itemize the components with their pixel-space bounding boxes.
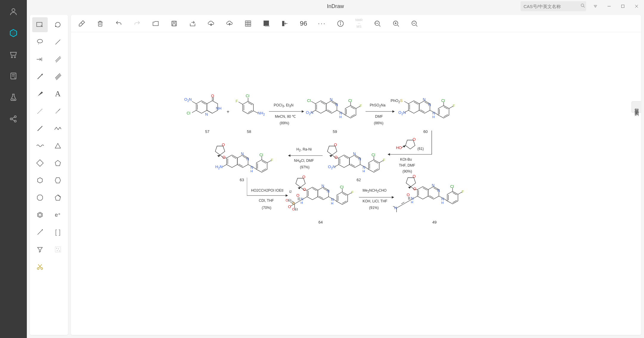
svg-point-0 [12, 9, 15, 12]
tool-wave-bond[interactable] [32, 138, 48, 153]
maximize-button[interactable] [618, 2, 627, 11]
tool-text[interactable]: A [50, 86, 66, 101]
svg-rect-58 [98, 22, 102, 26]
svg-marker-42 [55, 195, 61, 200]
color-button[interactable] [261, 18, 272, 29]
zoom-fit-button[interactable] [372, 18, 383, 29]
align-button[interactable] [280, 18, 290, 29]
titlebar: InDraw [27, 0, 644, 13]
tool-line-tool[interactable] [32, 225, 48, 240]
minimize-button[interactable] [605, 2, 614, 11]
svg-point-53 [37, 268, 39, 269]
svg-marker-146 [388, 153, 390, 156]
drawing-canvas[interactable]: O O2N Cl NH N 57 + [71, 32, 641, 335]
search-icon[interactable] [580, 3, 586, 10]
tool-funnel[interactable] [32, 242, 48, 257]
zoom-in-button[interactable] [391, 18, 401, 29]
tool-square[interactable] [32, 156, 48, 170]
sidebar-user-icon[interactable] [7, 5, 20, 18]
tool-hexagon-alt[interactable] [50, 173, 66, 188]
tool-single-bond[interactable] [50, 35, 66, 49]
svg-line-27 [55, 56, 60, 61]
search-input[interactable] [524, 4, 580, 9]
nmr-button[interactable]: NMR─MS [354, 18, 364, 29]
svg-marker-187 [286, 194, 288, 197]
info-button[interactable] [335, 18, 346, 29]
tool-dashed-bond[interactable] [32, 104, 48, 119]
sidebar-flask-icon[interactable] [7, 91, 20, 104]
save-button[interactable] [169, 18, 179, 29]
grid-button[interactable] [243, 18, 253, 29]
tool-cyclopentadienyl[interactable] [50, 190, 66, 205]
tool-scissors[interactable] [32, 259, 48, 274]
sidebar-document-icon[interactable] [7, 70, 20, 82]
caret-down-icon[interactable] [591, 2, 600, 11]
undo-button[interactable] [113, 18, 124, 29]
tool-triple-bond[interactable] [50, 69, 66, 84]
tool-octagon[interactable] [32, 190, 48, 205]
cloud-upload-button[interactable] [224, 18, 235, 29]
tool-hexagon[interactable] [32, 173, 48, 188]
svg-line-29 [38, 75, 42, 79]
tool-lasso[interactable] [32, 35, 48, 49]
svg-marker-127 [408, 101, 419, 113]
svg-marker-159 [369, 160, 379, 172]
tool-benzene[interactable] [32, 207, 48, 222]
svg-point-11 [14, 116, 16, 117]
tool-charge-plus[interactable]: e⁺ [50, 207, 66, 222]
tool-rotate[interactable] [50, 17, 66, 32]
delete-button[interactable] [95, 18, 106, 29]
sidebar-hexagon-icon[interactable] [7, 27, 20, 39]
tool-triangle[interactable] [50, 138, 66, 153]
reaction-arrow-2 [366, 110, 395, 113]
eraser-button[interactable] [76, 18, 87, 29]
search-box[interactable] [521, 1, 586, 11]
svg-line-233 [401, 202, 404, 204]
sidebar-share-icon[interactable] [7, 113, 20, 125]
svg-marker-136 [438, 106, 449, 118]
svg-line-14 [12, 119, 15, 121]
cloud-download-button[interactable] [206, 18, 216, 29]
sidebar-cart-icon[interactable] [7, 48, 20, 61]
tool-double-bond[interactable] [50, 52, 66, 67]
tool-arrow[interactable] [32, 69, 48, 84]
tool-dots-grid[interactable] [50, 242, 66, 257]
export-button[interactable] [187, 18, 198, 29]
tool-polyline[interactable] [50, 121, 66, 136]
svg-marker-109 [315, 101, 326, 113]
r3-yield: (90%) [402, 169, 412, 173]
svg-point-49 [56, 248, 57, 249]
zoom-out-button[interactable] [409, 18, 420, 29]
svg-line-115 [311, 101, 315, 104]
resolution-value[interactable]: 96 [298, 18, 309, 29]
svg-line-212 [333, 199, 337, 201]
open-button[interactable] [150, 18, 161, 29]
tool-select-rect[interactable] [32, 17, 48, 32]
svg-line-89 [416, 25, 417, 26]
plus-1: + [227, 109, 229, 114]
svg-line-225 [429, 196, 434, 198]
svg-line-132 [420, 110, 425, 112]
more-button[interactable]: ··· [317, 18, 327, 29]
tool-wedge-bond[interactable] [32, 86, 48, 101]
close-button[interactable] [632, 2, 641, 11]
side-tab-purchase[interactable]: 我要采购 [631, 101, 641, 113]
tool-hash-wedge[interactable] [50, 104, 66, 119]
top-toolbar: 96 ··· NMR─MS [71, 15, 641, 32]
r1-yield: (89%) [280, 121, 289, 125]
svg-line-183 [262, 169, 266, 171]
svg-line-129 [414, 102, 418, 104]
svg-point-79 [340, 22, 341, 22]
tool-bond-plain[interactable] [32, 121, 48, 136]
svg-point-15 [581, 4, 584, 7]
svg-line-240 [453, 193, 457, 195]
svg-point-51 [57, 250, 58, 251]
tool-pentagon[interactable] [50, 156, 66, 170]
svg-marker-150 [339, 155, 349, 168]
svg-marker-220 [417, 187, 428, 199]
svg-line-161 [374, 161, 378, 163]
tool-chain-extend[interactable] [32, 52, 48, 67]
redo-button[interactable] [132, 18, 143, 29]
svg-line-111 [321, 102, 325, 104]
tool-brackets[interactable]: [ ] [50, 225, 66, 240]
